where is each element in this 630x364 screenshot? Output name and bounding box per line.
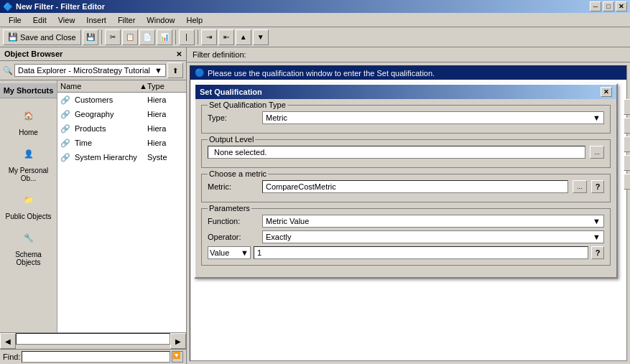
placeholder-button[interactable]: | bbox=[179, 29, 195, 45]
scroll-bar: ◀ ▶ bbox=[0, 332, 186, 349]
file-list: Name ▲ Type 🔗 Customers Hiera 🔗 Geograph… bbox=[57, 80, 186, 332]
list-item[interactable]: 🔗 Geography Hiera bbox=[57, 107, 186, 121]
list-item[interactable]: 🔗 Time Hiera bbox=[57, 136, 186, 150]
function-dropdown[interactable]: Metric Value ▼ bbox=[262, 215, 604, 228]
hierarchy-icon-1: 🔗 bbox=[60, 94, 72, 106]
metric-input[interactable] bbox=[262, 180, 568, 193]
type-dropdown[interactable]: Metric ▼ bbox=[262, 111, 604, 124]
copy-button[interactable]: 📋 bbox=[122, 29, 138, 45]
find-filter-button[interactable]: 🔽 bbox=[172, 351, 183, 363]
shortcut-public[interactable]: 📁 Public Objects bbox=[3, 185, 55, 223]
metric-help-button[interactable]: ? bbox=[591, 180, 604, 193]
function-label: Function: bbox=[208, 217, 258, 225]
explorer-dropdown[interactable]: Data Explorer - MicroStrategy Tutorial ▼ bbox=[14, 64, 166, 77]
menu-help[interactable]: Help bbox=[180, 14, 208, 26]
operator-arrow-icon: ▼ bbox=[593, 233, 601, 241]
metric-browse-button[interactable]: ... bbox=[573, 180, 587, 193]
dropdown-arrow: ▼ bbox=[154, 66, 162, 75]
list-item[interactable]: 🔗 Customers Hiera bbox=[57, 93, 186, 107]
value-help-button[interactable]: ? bbox=[591, 246, 604, 259]
find-input[interactable] bbox=[22, 351, 170, 363]
shortcuts-section: My Shortcuts 🏠 Home 👤 My Personal Ob... … bbox=[0, 80, 186, 332]
dialog-body: Set Qualification Type Type: Metric ▼ Ou… bbox=[195, 99, 616, 277]
outdent-button[interactable]: ⇤ bbox=[218, 29, 234, 45]
output-level-input[interactable]: None selected. bbox=[208, 146, 585, 159]
save-icon: 💾 bbox=[8, 32, 18, 42]
col-name-header[interactable]: Name bbox=[60, 82, 139, 90]
maximize-button[interactable]: □ bbox=[603, 1, 614, 11]
value-row: Value ▼ ? bbox=[208, 246, 604, 259]
operator-label: Operator: bbox=[208, 233, 258, 241]
operator-dropdown[interactable]: Exactly ▼ bbox=[262, 230, 604, 243]
shortcuts-sidebar: My Shortcuts 🏠 Home 👤 My Personal Ob... … bbox=[0, 80, 57, 332]
list-item[interactable]: 🔗 System Hierarchy Syste bbox=[57, 150, 186, 164]
title-bar: 🔷 New Filter - Filter Editor ─ □ ✕ bbox=[0, 0, 630, 13]
value-type-dropdown[interactable]: Value ▼ bbox=[208, 246, 251, 259]
ok-button[interactable]: OK bbox=[624, 99, 630, 115]
output-level-label: Output Level bbox=[208, 135, 255, 144]
menu-insert[interactable]: Insert bbox=[80, 14, 112, 26]
dropdown-arrow-icon: ▼ bbox=[593, 113, 601, 122]
help-button[interactable]: Help bbox=[624, 136, 630, 152]
public-icon: 📁 bbox=[17, 188, 40, 211]
menu-view[interactable]: View bbox=[52, 14, 81, 26]
panel-title-text: Object Browser bbox=[4, 50, 62, 58]
menu-edit[interactable]: Edit bbox=[27, 14, 52, 26]
app-icon: 🔷 bbox=[3, 2, 13, 11]
qual-type-group: Set Qualification Type Type: Metric ▼ bbox=[201, 105, 611, 134]
up-button[interactable]: ▲ bbox=[236, 29, 251, 45]
scroll-right-button[interactable]: ▶ bbox=[170, 333, 186, 349]
explorer-bar: 🔍 Data Explorer - MicroStrategy Tutorial… bbox=[0, 61, 186, 80]
home-icon: 🏠 bbox=[17, 104, 40, 127]
metric-row: Metric: ... ? bbox=[208, 180, 604, 193]
shortcut-home[interactable]: 🏠 Home bbox=[3, 101, 55, 139]
function-row: Function: Metric Value ▼ bbox=[208, 215, 604, 228]
output-level-browse-button[interactable]: ... bbox=[590, 146, 604, 159]
find-bar: Find: 🔽 bbox=[0, 349, 186, 364]
metric-field-label: Metric: bbox=[208, 182, 258, 191]
type-row: Type: Metric ▼ bbox=[208, 111, 604, 124]
output-level-row: None selected. ... bbox=[208, 146, 604, 159]
paste-button[interactable]: 📄 bbox=[139, 29, 155, 45]
shortcut-personal[interactable]: 👤 My Personal Ob... bbox=[3, 139, 55, 185]
hierarchy-icon-4: 🔗 bbox=[60, 137, 72, 149]
personal-icon: 👤 bbox=[17, 142, 40, 165]
scroll-left-button[interactable]: ◀ bbox=[0, 333, 16, 349]
scroll-track bbox=[16, 333, 170, 345]
panel-close-button[interactable]: ✕ bbox=[176, 50, 182, 58]
file-list-header: Name ▲ Type bbox=[57, 80, 186, 93]
value-input[interactable] bbox=[254, 246, 588, 259]
minimize-button[interactable]: ─ bbox=[590, 1, 601, 11]
prompt-button[interactable]: Prompt... bbox=[624, 155, 630, 171]
shortcut-schema[interactable]: 🔧 Schema Objects bbox=[3, 223, 55, 269]
down-button[interactable]: ▼ bbox=[253, 29, 269, 45]
dialog-content-wrapper: Set Qualification Type Type: Metric ▼ Ou… bbox=[195, 99, 616, 277]
cancel-button[interactable]: Cancel bbox=[624, 118, 630, 134]
metric-group: Choose a metric Metric: ... ? bbox=[201, 174, 611, 202]
hierarchy-icon-5: 🔗 bbox=[60, 151, 72, 163]
toolbar-separator-2 bbox=[175, 30, 176, 45]
function-arrow-icon: ▼ bbox=[593, 217, 601, 225]
dialog-buttons: OK Cancel Help Prompt... Advanced... bbox=[624, 99, 630, 190]
save-and-close-button[interactable]: 💾 Save and Close bbox=[3, 29, 81, 45]
menu-window[interactable]: Window bbox=[141, 14, 180, 26]
metric-group-label: Choose a metric bbox=[208, 169, 268, 178]
indent-button[interactable]: ⇥ bbox=[201, 29, 217, 45]
cut-button[interactable]: ✂ bbox=[105, 29, 121, 45]
parameters-label: Parameters bbox=[208, 204, 251, 213]
type-field-label: Type: bbox=[208, 113, 258, 122]
advanced-button[interactable]: Advanced... bbox=[624, 174, 630, 190]
col-type-header[interactable]: Type bbox=[147, 82, 183, 90]
menu-file[interactable]: File bbox=[3, 14, 27, 26]
save-button[interactable]: 💾 bbox=[83, 29, 98, 45]
menu-filter[interactable]: Filter bbox=[112, 14, 141, 26]
close-button[interactable]: ✕ bbox=[616, 1, 627, 11]
hierarchy-icon-2: 🔗 bbox=[60, 108, 72, 120]
explorer-nav-button[interactable]: ⬆ bbox=[167, 62, 183, 78]
toolbar-separator bbox=[101, 30, 102, 45]
sort-icon: ▲ bbox=[139, 82, 147, 90]
special-button[interactable]: 📊 bbox=[157, 29, 172, 45]
list-item[interactable]: 🔗 Products Hiera bbox=[57, 121, 186, 136]
dialog-close-button[interactable]: ✕ bbox=[601, 87, 612, 97]
dialog-title: Set Qualification ✕ bbox=[195, 85, 616, 99]
